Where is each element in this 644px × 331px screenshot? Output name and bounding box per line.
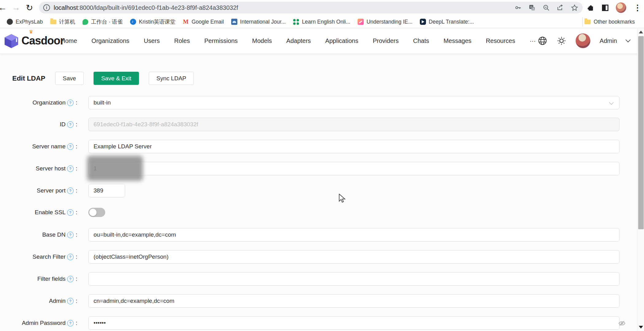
nav-item-models[interactable]: Models bbox=[252, 37, 272, 44]
filter-fields-input[interactable] bbox=[88, 272, 619, 286]
help-icon[interactable]: ? bbox=[67, 254, 74, 260]
page-scrollbar[interactable] bbox=[637, 28, 644, 331]
nav-item-chats[interactable]: Chats bbox=[413, 37, 429, 44]
brand-name: Casdoor bbox=[21, 34, 64, 47]
bookmark-international-journal[interactable]: International Jour... bbox=[228, 17, 289, 26]
extensions-puzzle-icon[interactable] bbox=[587, 4, 595, 12]
organization-select[interactable]: built-in bbox=[88, 96, 619, 109]
bookmark-label: International Jour... bbox=[240, 19, 286, 25]
theme-sun-icon[interactable] bbox=[557, 36, 566, 46]
bookmarks-bar: ExPhysLab 计算机 工作台 · 语雀 Kristin英语课堂 M Goo… bbox=[0, 15, 644, 28]
form-row-organization: Organization ?: built-in bbox=[0, 92, 631, 114]
nav-item-users[interactable]: Users bbox=[144, 37, 160, 44]
bookmark-label: ExPhysLab bbox=[16, 19, 43, 25]
organization-value: built-in bbox=[94, 99, 111, 106]
help-icon[interactable]: ? bbox=[67, 143, 74, 150]
form-row-admin-password: Admin Password ?: bbox=[0, 312, 631, 331]
nav-item-roles[interactable]: Roles bbox=[174, 37, 190, 44]
share-icon[interactable] bbox=[557, 4, 564, 11]
bookmark-star-icon[interactable] bbox=[571, 4, 578, 12]
other-bookmarks-button[interactable]: Other bookmarks bbox=[585, 15, 635, 28]
form-row-filter-fields: Filter fields ?: bbox=[0, 268, 631, 290]
bookmark-computer[interactable]: 计算机 bbox=[47, 17, 79, 27]
eye-invisible-icon[interactable] bbox=[618, 320, 626, 327]
nav-item-organizations[interactable]: Organizations bbox=[91, 37, 129, 44]
scrollbar-thumb[interactable] bbox=[638, 36, 644, 229]
reload-button[interactable]: ↻ bbox=[23, 3, 36, 13]
exphyslab-favicon bbox=[7, 19, 13, 25]
bookmark-label: Learn English Onli... bbox=[302, 19, 351, 25]
save-and-exit-button[interactable]: Save & Exit bbox=[94, 72, 139, 85]
server-host-input[interactable] bbox=[88, 162, 619, 175]
nav-item-applications[interactable]: Applications bbox=[325, 37, 358, 44]
admin-dn-input[interactable] bbox=[88, 294, 619, 308]
help-icon[interactable]: ? bbox=[67, 121, 74, 128]
nav-item-permissions[interactable]: Permissions bbox=[204, 37, 238, 44]
field-label-admin: Admin bbox=[49, 298, 66, 304]
bookmark-exphyslab[interactable]: ExPhysLab bbox=[3, 17, 47, 26]
casdoor-logo[interactable]: Casdoor ♛ bbox=[3, 32, 64, 49]
bookmark-yuque[interactable]: 工作台 · 语雀 bbox=[79, 17, 126, 27]
bookmark-kristin[interactable]: Kristin英语课堂 bbox=[126, 17, 179, 27]
bookmark-learn-english[interactable]: Learn English Onli... bbox=[289, 17, 354, 26]
field-label-organization: Organization bbox=[33, 99, 66, 106]
nav-item-home[interactable]: Home bbox=[61, 37, 77, 44]
nav-item-messages[interactable]: Messages bbox=[443, 37, 471, 44]
help-icon[interactable]: ? bbox=[67, 276, 74, 282]
other-bookmarks-label: Other bookmarks bbox=[594, 19, 635, 25]
bookmark-deepl[interactable]: DeepL Translate:... bbox=[416, 17, 477, 26]
bookmark-label: Google Email bbox=[192, 19, 224, 25]
help-icon[interactable]: ? bbox=[67, 232, 74, 238]
form-row-base-dn: Base DN ?: bbox=[0, 224, 631, 246]
base-dn-input[interactable] bbox=[88, 228, 619, 242]
server-port-input[interactable] bbox=[88, 184, 125, 197]
field-label-search-filter: Search Filter bbox=[33, 253, 66, 260]
title-row: Edit LDAP Save Save & Exit Sync LDAP bbox=[12, 72, 194, 85]
bookmarks-separator bbox=[582, 17, 583, 26]
zoom-out-icon[interactable] bbox=[542, 4, 550, 11]
browser-toolbar: ← → ↻ i localhost:8000/ldap/built-in/691… bbox=[0, 0, 644, 15]
help-icon[interactable]: ? bbox=[67, 188, 74, 194]
id-input bbox=[88, 118, 619, 131]
save-button[interactable]: Save bbox=[55, 72, 84, 85]
address-bar[interactable]: i localhost:8000/ldap/built-in/691edec0-… bbox=[39, 2, 583, 13]
bookmark-google-email[interactable]: M Google Email bbox=[179, 17, 228, 26]
folder-icon bbox=[585, 20, 591, 24]
folder-icon bbox=[50, 20, 56, 24]
crown-icon: ♛ bbox=[29, 29, 33, 35]
help-icon[interactable]: ? bbox=[67, 320, 74, 326]
nav-item-resources[interactable]: Resources bbox=[486, 37, 515, 44]
back-button[interactable]: ← bbox=[0, 3, 9, 13]
bookmark-understanding-ie[interactable]: Understanding IE... bbox=[354, 17, 416, 26]
user-avatar[interactable] bbox=[576, 33, 590, 48]
search-filter-input[interactable] bbox=[88, 250, 619, 264]
toolbar-right: ⋮ bbox=[587, 2, 642, 14]
gmail-favicon: M bbox=[183, 19, 189, 25]
language-globe-icon[interactable] bbox=[538, 36, 547, 46]
bookmark-label: 工作台 · 语雀 bbox=[91, 18, 123, 25]
nav-item-providers[interactable]: Providers bbox=[373, 37, 398, 44]
side-panel-icon[interactable] bbox=[602, 5, 608, 11]
browser-menu-icon[interactable]: ⋮ bbox=[634, 3, 642, 13]
site-info-icon[interactable]: i bbox=[43, 4, 50, 11]
chevron-down-icon[interactable] bbox=[626, 37, 631, 43]
help-icon[interactable]: ? bbox=[67, 166, 74, 172]
scroll-up-arrow[interactable] bbox=[639, 31, 643, 33]
help-icon[interactable]: ? bbox=[67, 100, 74, 106]
forward-button[interactable]: → bbox=[9, 3, 23, 13]
nav-item-adapters[interactable]: Adapters bbox=[286, 37, 311, 44]
scroll-down-arrow[interactable] bbox=[639, 326, 643, 329]
nav-more-ellipsis[interactable]: ··· bbox=[530, 37, 536, 44]
help-icon[interactable]: ? bbox=[67, 209, 74, 216]
chevron-down-icon bbox=[609, 100, 614, 105]
password-key-icon[interactable] bbox=[514, 4, 522, 11]
translate-icon[interactable]: GA bbox=[528, 4, 536, 11]
server-name-input[interactable] bbox=[88, 140, 619, 153]
admin-password-input[interactable] bbox=[88, 316, 619, 330]
field-label-server-name: Server name bbox=[32, 143, 66, 150]
nav-right: Admin bbox=[538, 28, 630, 53]
help-icon[interactable]: ? bbox=[67, 298, 74, 304]
enable-ssl-toggle[interactable] bbox=[88, 208, 105, 217]
sync-ldap-button[interactable]: Sync LDAP bbox=[149, 72, 194, 85]
browser-profile-avatar[interactable] bbox=[616, 2, 626, 13]
